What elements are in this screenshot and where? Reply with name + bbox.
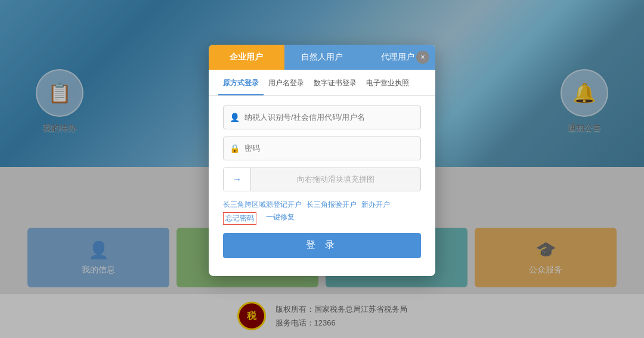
link-new-account[interactable]: 新办开户	[361, 200, 390, 210]
tab-username-login[interactable]: 用户名登录	[264, 72, 309, 95]
lock-icon: 🔒	[230, 144, 240, 153]
link-one-click-fix[interactable]: 一键修复	[266, 212, 295, 225]
login-modal: × 企业用户 自然人用户 代理用户 原方式登录 用户名登录 数字证书登录 电子营…	[209, 45, 435, 276]
close-button[interactable]: ×	[416, 51, 429, 64]
user-type-tabs: 企业用户 自然人用户 代理用户	[209, 45, 435, 70]
captcha-slider[interactable]: → 向右拖动滑块填充拼图	[223, 168, 421, 191]
username-input[interactable]	[244, 113, 414, 122]
link-yangtze-verify[interactable]: 长三角报验开户	[306, 200, 357, 210]
link-forgot-password[interactable]: 忘记密码	[223, 212, 256, 225]
tab-enterprise[interactable]: 企业用户	[209, 45, 284, 70]
tab-original-login[interactable]: 原方式登录	[218, 72, 264, 95]
password-input[interactable]	[244, 144, 414, 153]
tab-bizlicense-login[interactable]: 电子营业执照	[361, 72, 414, 95]
captcha-arrow-icon: →	[224, 168, 251, 191]
person-icon: 👤	[230, 113, 240, 122]
password-input-group: 🔒	[223, 137, 421, 160]
login-method-tabs: 原方式登录 用户名登录 数字证书登录 电子营业执照	[209, 72, 435, 96]
login-button[interactable]: 登 录	[223, 233, 421, 258]
modal-overlay: × 企业用户 自然人用户 代理用户 原方式登录 用户名登录 数字证书登录 电子营…	[0, 0, 644, 338]
tab-cert-login[interactable]: 数字证书登录	[309, 72, 361, 95]
captcha-container: → 向右拖动滑块填充拼图	[209, 168, 435, 191]
captcha-label: 向右拖动滑块填充拼图	[251, 174, 420, 185]
login-form: 👤 🔒	[209, 96, 435, 160]
username-input-group: 👤	[223, 106, 421, 129]
link-yangtze-register[interactable]: 长三角跨区域源登记开户	[223, 200, 302, 210]
links-row: 长三角跨区域源登记开户 长三角报验开户 新办开户 忘记密码 一键修复	[209, 200, 435, 225]
tab-natural[interactable]: 自然人用户	[284, 45, 360, 70]
